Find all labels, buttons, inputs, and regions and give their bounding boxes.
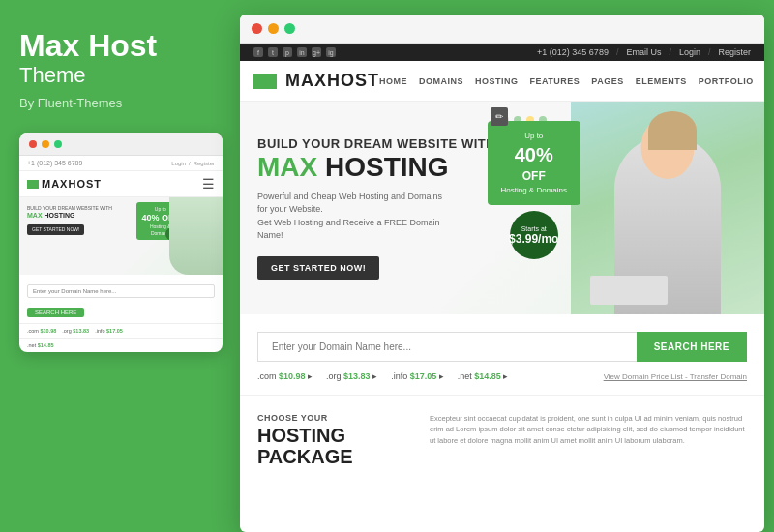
hero-cta-button[interactable]: GET STARTED NOW! <box>257 256 379 280</box>
instagram-icon: ig <box>326 47 336 57</box>
laptop-shape <box>590 276 668 305</box>
mini-search-button[interactable]: SEARCH HERE <box>27 308 84 317</box>
domain-section: SEARCH HERE .com $10.98 ▸ .org $13.83 ▸ … <box>240 314 764 396</box>
mini-login: Login <box>171 161 186 166</box>
starts-price: $3.99/mo <box>509 232 558 246</box>
mini-hero-text: BUILD YOUR DREAM WEBSITE WITH MAX HOSTIN… <box>27 205 112 234</box>
hero-title-green: MAX <box>257 152 317 182</box>
view-domain-prices-link[interactable]: View Domain Price List - Transfer Domain <box>604 372 747 381</box>
nav-links: HOME DOMAINS HOSTING FEATURES PAGES ELEM… <box>379 76 764 86</box>
tld-org: .org $13.83 ▸ <box>326 371 377 381</box>
mini-hero: BUILD YOUR DREAM WEBSITE WITH MAX HOSTIN… <box>19 197 223 275</box>
mini-tld-row-2: .net $14.85 <box>19 338 223 352</box>
googleplus-icon: g+ <box>312 47 321 57</box>
domain-search-row: SEARCH HERE <box>257 332 747 362</box>
hosting-title-col: CHOOSE YOUR HOSTING PACKAGE <box>257 413 412 467</box>
login-link[interactable]: Login <box>679 47 700 57</box>
dot-red <box>252 23 262 34</box>
mini-browser-bar <box>19 133 223 156</box>
badge-percent: 40% <box>501 141 567 168</box>
mini-register: Register <box>194 161 215 166</box>
nav-home[interactable]: HOME <box>379 76 407 86</box>
top-strip-right: +1 (012) 345 6789 / Email Us / Login / R… <box>537 47 751 57</box>
logo-text: MAXHOST <box>285 71 379 91</box>
mini-dot-green <box>54 140 62 148</box>
mini-domain-bar: SEARCH HERE <box>19 275 223 323</box>
browser-chrome-bar <box>240 15 764 44</box>
badge-upto: Up to <box>501 131 567 141</box>
hero-section: BUILD YOUR DREAM WEBSITE WITH MAX HOSTIN… <box>240 102 764 314</box>
logo-area: MAXHOST <box>253 71 379 91</box>
domain-search-input[interactable] <box>257 332 637 362</box>
hosting-description: Excepteur sint occaecat cupidatat is pro… <box>430 413 747 467</box>
hero-discount-badge: Up to 40% OFF Hosting & Domains <box>488 121 580 205</box>
edit-overlay[interactable]: ✏ <box>491 107 508 126</box>
mini-hero-image <box>169 197 223 275</box>
tld-com: .com $10.98 ▸ <box>257 371 313 381</box>
badge-off: OFF <box>501 168 567 185</box>
mini-tld-net: .net $14.85 <box>27 342 54 348</box>
mini-nav-right: Login / Register <box>171 161 215 166</box>
theme-title: Max Host Theme <box>19 29 221 88</box>
tld-row: .com $10.98 ▸ .org $13.83 ▸ .info $17.05… <box>257 371 747 381</box>
linkedin-icon: in <box>297 47 307 57</box>
twitter-icon: t <box>268 47 278 57</box>
mini-dot-yellow <box>42 140 49 148</box>
email-link[interactable]: Email Us <box>626 47 661 57</box>
top-strip-left: f t p in g+ ig <box>253 47 336 57</box>
mini-hero-heading: MAX HOSTING <box>27 212 112 220</box>
facebook-icon: f <box>253 47 263 57</box>
mini-tld-row: .com $10.98 .org $13.83 .info $17.05 <box>19 323 223 338</box>
nav-features[interactable]: FEATURES <box>530 76 580 86</box>
dot-yellow <box>268 23 279 34</box>
tld-list: .com $10.98 ▸ .org $13.83 ▸ .info $17.05… <box>257 371 508 381</box>
logo-icon <box>253 74 277 89</box>
nav-domains[interactable]: DOMAINS <box>419 76 463 86</box>
mini-phone: +1 (012) 345 6789 <box>27 160 82 166</box>
hero-starts-badge: Starts at $3.99/mo <box>510 211 558 259</box>
main-browser: ✏ f t p in g+ ig +1 (012) 345 6789 / Ema… <box>240 15 764 532</box>
mini-hero-build: BUILD YOUR DREAM WEBSITE WITH <box>27 205 112 212</box>
hero-title-black: HOSTING <box>325 152 449 182</box>
domain-search-button[interactable]: SEARCH HERE <box>637 332 747 362</box>
mini-logo-icon <box>27 180 39 189</box>
tld-net: .net $14.85 ▸ <box>458 371 509 381</box>
mini-hamburger-icon[interactable]: ☰ <box>202 176 215 192</box>
theme-by: By Fluent-Themes <box>19 96 221 110</box>
nav-portfolio[interactable]: PORTFOLIO <box>699 76 754 86</box>
register-link[interactable]: Register <box>718 47 751 57</box>
hero-description: Powerful and Cheap Web Hosting and Domai… <box>257 191 451 243</box>
person-hair <box>648 111 697 150</box>
nav-hosting[interactable]: HOSTING <box>475 76 519 86</box>
nav-elements[interactable]: ELEMENTS <box>636 76 687 86</box>
hosting-section: CHOOSE YOUR HOSTING PACKAGE Excepteur si… <box>240 396 764 485</box>
left-panel: Max Host Theme By Fluent-Themes +1 (012)… <box>0 0 240 532</box>
starts-label: Starts at <box>521 225 547 232</box>
mini-logo-bar: MAXHOST ☰ <box>19 171 223 197</box>
mini-browser-preview: +1 (012) 345 6789 Login / Register MAXHO… <box>19 133 223 352</box>
mini-logo: MAXHOST <box>27 178 102 190</box>
dot-green <box>284 23 295 34</box>
hosting-package: HOSTING PACKAGE <box>257 425 412 467</box>
mini-dot-red <box>29 140 37 148</box>
badge-detail: Hosting & Domains <box>501 185 567 195</box>
mini-tld-org: .org $13.83 <box>62 328 89 334</box>
mini-domain-input[interactable] <box>27 284 215 298</box>
mini-cta-button[interactable]: GET STARTED NOW! <box>27 224 84 235</box>
phone-number: +1 (012) 345 6789 <box>537 47 609 57</box>
mini-tld-info: .info $17.05 <box>95 328 123 334</box>
mini-tld-com: .com $10.98 <box>27 328 56 334</box>
pinterest-icon: p <box>283 47 292 57</box>
hosting-choose: CHOOSE YOUR <box>257 413 412 423</box>
main-navigation: MAXHOST HOME DOMAINS HOSTING FEATURES PA… <box>240 61 764 102</box>
nav-pages[interactable]: PAGES <box>591 76 623 86</box>
mini-top-strip: +1 (012) 345 6789 Login / Register <box>19 156 223 171</box>
top-strip: f t p in g+ ig +1 (012) 345 6789 / Email… <box>240 44 764 61</box>
tld-info: .info $17.05 ▸ <box>391 371 444 381</box>
hero-badge-container: Up to 40% OFF Hosting & Domains Starts a… <box>488 121 580 259</box>
